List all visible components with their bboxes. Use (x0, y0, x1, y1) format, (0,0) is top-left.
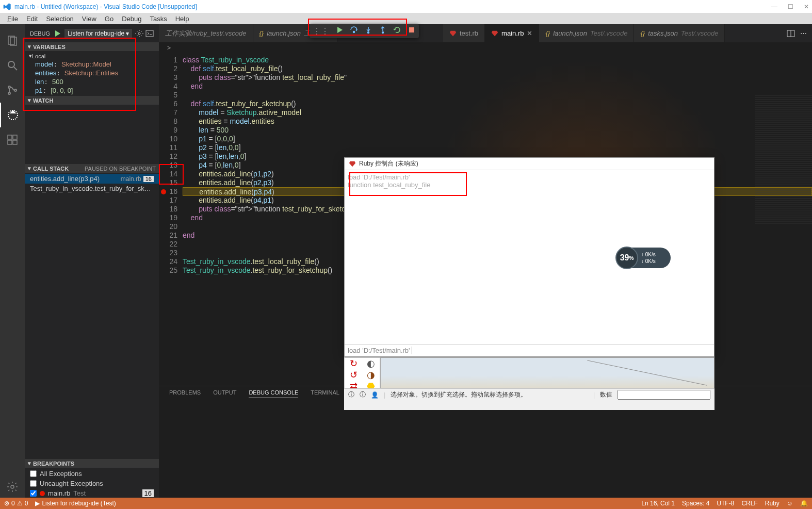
callstack-frame[interactable]: entities.add_line(p3,p4) main.rb 16 (25, 174, 159, 184)
vscode-icon (3, 3, 11, 11)
debug-label: DEBUG (30, 30, 50, 37)
panel-tab-debug-console[interactable]: DEBUG CONSOLE (249, 389, 298, 398)
menu-tasks[interactable]: Tasks (145, 14, 171, 24)
su-tool-icon[interactable]: ◑ (362, 369, 380, 381)
svg-rect-22 (409, 27, 414, 32)
stop-icon[interactable] (408, 26, 416, 36)
breakpoints-section-header[interactable]: ▾BREAKPOINTS (25, 459, 159, 468)
breakpoint-checkbox[interactable] (30, 470, 37, 477)
status-language[interactable]: Ruby (765, 500, 779, 507)
svg-rect-14 (146, 30, 153, 37)
step-over-icon[interactable] (350, 26, 358, 36)
status-cursor-pos[interactable]: Ln 16, Col 1 (641, 500, 675, 507)
panel-tab-problems[interactable]: PROBLEMS (169, 389, 201, 398)
network-speed-widget[interactable]: 39% ↑ 0K/s ↓ 0K/s (616, 248, 671, 268)
status-feedback-icon[interactable]: ☺ (787, 500, 793, 507)
activity-search-icon[interactable] (0, 53, 25, 78)
breakpoint-row[interactable]: All Exceptions (25, 469, 159, 479)
svg-line-3 (14, 67, 17, 70)
menu-help[interactable]: Help (171, 14, 193, 24)
debug-config-dropdown[interactable]: Listen for rdebug-ide ▾ (64, 29, 132, 38)
svg-rect-11 (13, 140, 17, 144)
sketchup-toolbar[interactable]: ↻ ◐ ↺ ◑ ⇄ ⬣ (344, 357, 380, 388)
menu-bar: File Edit Selection View Go Debug Tasks … (0, 13, 812, 24)
win-maximize[interactable]: ☐ (788, 3, 793, 10)
breakpoint-row[interactable]: main.rb Test16 (25, 488, 159, 498)
svg-point-13 (138, 32, 140, 35)
svg-rect-9 (13, 135, 17, 139)
debug-toolbar[interactable]: ⋮⋮ (310, 24, 419, 38)
variables-scope-local[interactable]: ▾ Local (25, 52, 159, 60)
panel-tab-terminal[interactable]: TERMINAL (311, 389, 339, 398)
breadcrumb-tab[interactable]: 工作实验/ruby_test/.vscode (159, 24, 253, 42)
su-help-icon[interactable]: ⓘ (348, 390, 354, 399)
activity-settings-icon[interactable] (0, 474, 25, 499)
callstack-frame[interactable]: Test_ruby_in_vscode.test_ruby_for_sketch… (25, 184, 159, 193)
svg-point-21 (382, 32, 384, 34)
variable-row[interactable]: entities: Sketchup::Entities (25, 69, 159, 77)
breakpoint-checkbox[interactable] (30, 480, 37, 487)
breadcrumb-path[interactable]: > (159, 42, 812, 54)
menu-go[interactable]: Go (101, 14, 118, 24)
svg-rect-8 (8, 135, 12, 139)
su-user-icon[interactable]: 👤 (371, 391, 379, 399)
menu-edit[interactable]: Edit (22, 14, 42, 24)
more-icon[interactable]: ⋯ (800, 29, 807, 37)
callstack-section-header[interactable]: ▾CALL STACKPAUSED ON BREAKPOINT (25, 164, 159, 173)
ruby-console-input[interactable]: load 'D:/Test/main.rb' (345, 344, 714, 356)
sketchup-viewport[interactable] (380, 357, 714, 388)
tab-tasks-json[interactable]: {}tasks.json Test/.vscode (634, 24, 725, 42)
breakpoint-checkbox[interactable] (30, 490, 37, 497)
su-info-icon[interactable]: ⓘ (360, 390, 366, 399)
tab-test-rb[interactable]: test.rb (443, 24, 485, 42)
start-debug-icon[interactable] (53, 29, 61, 38)
su-tool-icon[interactable]: ↻ (345, 358, 362, 369)
activity-bar (0, 24, 25, 499)
status-eol[interactable]: CRLF (741, 500, 757, 507)
activity-explorer-icon[interactable] (0, 28, 25, 53)
step-into-icon[interactable] (364, 26, 372, 36)
win-minimize[interactable]: — (771, 3, 777, 10)
menu-selection[interactable]: Selection (42, 14, 77, 24)
variables-section-header[interactable]: ▾VARIABLES (25, 42, 159, 51)
gear-icon[interactable] (135, 29, 143, 38)
restart-icon[interactable] (393, 26, 401, 36)
menu-file[interactable]: File (3, 14, 22, 24)
continue-icon[interactable] (335, 26, 344, 36)
variable-row[interactable]: len: 500 (25, 77, 159, 86)
su-tool-icon[interactable]: ◐ (362, 358, 380, 369)
status-debug-config[interactable]: ▶ Listen for rdebug-ide (Test) (35, 500, 116, 507)
activity-scm-icon[interactable] (0, 78, 25, 103)
drag-handle-icon[interactable]: ⋮⋮ (313, 26, 329, 36)
breakpoint-row[interactable]: Uncaught Exceptions (25, 479, 159, 488)
sketchup-value-input[interactable] (618, 390, 710, 400)
svg-marker-16 (492, 30, 498, 36)
svg-marker-23 (349, 161, 355, 167)
sketchup-window[interactable]: ↻ ◐ ↺ ◑ ⇄ ⬣ ⓘ ⓘ 👤 | 选择对象。切换到扩充选择。拖动鼠标选择多… (344, 357, 714, 410)
su-tool-icon[interactable]: ↺ (345, 369, 362, 381)
panel-tab-output[interactable]: OUTPUT (213, 389, 236, 398)
tab-launch-json-2[interactable]: {}launch.json Test/.vscode (539, 24, 634, 42)
close-icon[interactable]: ✕ (527, 29, 532, 37)
activity-debug-icon[interactable] (0, 103, 25, 127)
menu-debug[interactable]: Debug (118, 14, 145, 24)
status-notifications-icon[interactable]: 🔔 (800, 500, 808, 507)
window-title: main.rb - Untitled (Workspace) - Visual … (14, 3, 197, 10)
step-out-icon[interactable] (379, 26, 387, 36)
status-encoding[interactable]: UTF-8 (717, 500, 734, 507)
variable-row[interactable]: model: Sketchup::Model (25, 60, 159, 69)
console-icon[interactable] (145, 29, 154, 38)
menu-view[interactable]: View (78, 14, 101, 24)
download-rate: ↓ 0K/s (641, 258, 656, 264)
status-errors[interactable]: ⊗ 0 ⚠ 0 (4, 500, 28, 507)
activity-extensions-icon[interactable] (0, 127, 25, 152)
status-indent[interactable]: Spaces: 4 (682, 500, 709, 507)
debug-header: DEBUG Listen for rdebug-ide ▾ (25, 24, 159, 42)
tab-bar: 工作实验/ruby_test/.vscode {}launch.json 工作实… (159, 24, 812, 42)
split-editor-icon[interactable] (787, 29, 795, 38)
tab-main-rb[interactable]: main.rb ✕ (485, 24, 539, 42)
watch-section-header[interactable]: ▾WATCH (25, 96, 159, 105)
variable-row[interactable]: p1: [0, 0, 0] (25, 86, 159, 95)
win-close[interactable]: ✕ (804, 3, 809, 10)
ruby-console-titlebar[interactable]: Ruby 控制台 (未响应) (345, 158, 714, 170)
